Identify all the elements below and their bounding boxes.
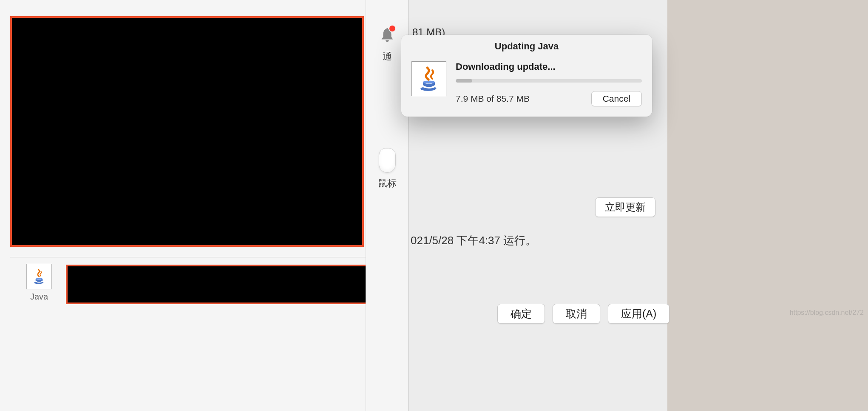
sidebar-item-label: 鼠标 — [366, 177, 408, 190]
redacted-region-large — [10, 16, 364, 247]
watermark-text: https://blog.csdn.net/272 — [790, 309, 864, 317]
cancel-download-button[interactable]: Cancel — [591, 91, 642, 106]
preference-tile-label: Java — [21, 292, 57, 302]
apply-button[interactable]: 应用(A) — [608, 304, 669, 324]
update-now-button[interactable]: 立即更新 — [595, 197, 655, 217]
divider — [10, 257, 408, 257]
last-run-text: 021/5/28 下午4:37 运行。 — [411, 233, 536, 248]
java-icon — [26, 264, 52, 289]
sidebar-item-mouse[interactable]: 鼠标 — [366, 148, 408, 190]
desktop-background — [667, 0, 868, 411]
java-icon — [411, 61, 446, 96]
bell-icon — [377, 26, 398, 47]
system-preferences-window: Java — [0, 0, 408, 411]
preference-tile-java[interactable]: Java — [21, 264, 57, 302]
dialog-heading: Downloading update... — [456, 61, 642, 72]
updating-java-dialog: Updating Java Downloading update... 7.9 … — [401, 35, 652, 117]
progress-text: 7.9 MB of 85.7 MB — [456, 94, 530, 104]
redacted-region-small — [66, 265, 369, 304]
dialog-title: Updating Java — [401, 35, 652, 56]
cancel-button[interactable]: 取消 — [553, 304, 600, 324]
ok-button[interactable]: 确定 — [497, 304, 545, 324]
svg-point-0 — [36, 278, 43, 280]
mouse-icon — [379, 148, 396, 173]
progress-bar — [456, 79, 642, 83]
notification-badge-icon — [389, 25, 396, 32]
dialog-button-row: 确定 取消 应用(A) — [497, 304, 669, 324]
progress-fill — [456, 79, 472, 83]
svg-point-1 — [423, 81, 435, 84]
